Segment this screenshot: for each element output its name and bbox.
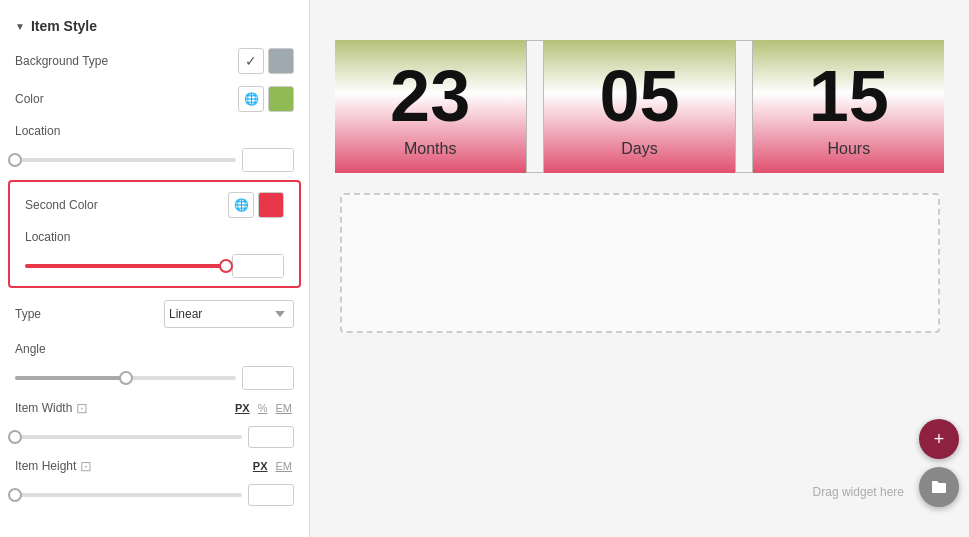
- type-row: Type Linear Radial: [0, 292, 309, 336]
- angle-value[interactable]: [243, 367, 294, 389]
- chevron-down-icon: ▼: [15, 21, 25, 32]
- width-unit-px[interactable]: PX: [233, 401, 252, 415]
- second-color-row: Second Color 🌐: [10, 186, 299, 224]
- drag-text: Drag widget here: [813, 485, 904, 499]
- background-type-row: Background Type ✓: [0, 42, 309, 80]
- countdown-widget: 23 Months 05 Days 15 Hours: [335, 40, 945, 173]
- location-input-1: ▲ ▼: [242, 148, 294, 172]
- location-row-1: Location: [0, 118, 309, 144]
- location-value-1[interactable]: [243, 149, 294, 171]
- item-width-slider[interactable]: [15, 435, 242, 439]
- globe-icon-color[interactable]: 🌐: [238, 86, 264, 112]
- months-label: Months: [345, 140, 516, 158]
- type-label: Type: [15, 307, 41, 321]
- hours-label: Hours: [763, 140, 934, 158]
- monitor-icon-width: ⊡: [76, 400, 88, 416]
- color-swatch[interactable]: [268, 86, 294, 112]
- angle-slider-row: ▲ ▼: [0, 362, 309, 394]
- days-label: Days: [554, 140, 725, 158]
- color-label: Color: [15, 92, 44, 106]
- item-height-slider[interactable]: [15, 493, 242, 497]
- item-height-label: Item Height: [15, 459, 76, 473]
- angle-label: Angle: [15, 342, 46, 356]
- left-panel: ▼ Item Style Background Type ✓ Color 🌐 L…: [0, 0, 310, 537]
- drop-zone[interactable]: [340, 193, 940, 333]
- second-color-section: Second Color 🌐 Location ▲ ▼: [8, 180, 301, 288]
- months-number: 23: [345, 60, 516, 132]
- item-width-label: Item Width: [15, 401, 72, 415]
- color-row: Color 🌐: [0, 80, 309, 118]
- item-height-input[interactable]: [248, 484, 294, 506]
- location-label-1: Location: [15, 124, 60, 138]
- item-height-row: Item Height ⊡ PX EM: [0, 452, 309, 480]
- background-type-controls: ✓: [238, 48, 294, 74]
- second-color-controls: 🌐: [228, 192, 284, 218]
- second-location-row: Location: [10, 224, 299, 250]
- width-unit-buttons: PX % EM: [233, 401, 294, 415]
- type-select[interactable]: Linear Radial: [164, 300, 294, 328]
- globe-icon-second-color[interactable]: 🌐: [228, 192, 254, 218]
- second-location-input: ▲ ▼: [232, 254, 284, 278]
- section-title: Item Style: [31, 18, 97, 34]
- checkmark-button[interactable]: ✓: [238, 48, 264, 74]
- second-color-label: Second Color: [25, 198, 98, 212]
- background-type-label: Background Type: [15, 54, 108, 68]
- second-location-slider-row: ▲ ▼: [10, 250, 299, 282]
- second-location-label: Location: [25, 230, 70, 244]
- separator-1: [526, 40, 544, 173]
- height-unit-px[interactable]: PX: [251, 459, 270, 473]
- monitor-icon-height: ⊡: [80, 458, 92, 474]
- hours-number: 15: [763, 60, 934, 132]
- item-width-row: Item Width ⊡ PX % EM: [0, 394, 309, 422]
- second-location-slider[interactable]: [25, 264, 226, 268]
- location-slider-row-1: ▲ ▼: [0, 144, 309, 176]
- item-width-label-area: Item Width ⊡: [15, 400, 90, 416]
- angle-input: ▲ ▼: [242, 366, 294, 390]
- item-width-slider-row: [0, 422, 309, 452]
- countdown-hours: 15 Hours: [753, 40, 944, 173]
- fab-area: + Drag widget here: [919, 419, 959, 507]
- angle-row: Angle: [0, 336, 309, 362]
- separator-2: [735, 40, 753, 173]
- location-slider-1[interactable]: [15, 158, 236, 162]
- width-unit-em[interactable]: EM: [274, 401, 295, 415]
- height-unit-em[interactable]: EM: [274, 459, 295, 473]
- fab-plus-button[interactable]: +: [919, 419, 959, 459]
- item-width-input[interactable]: [248, 426, 294, 448]
- item-height-label-area: Item Height ⊡: [15, 458, 94, 474]
- fab-folder-button[interactable]: [919, 467, 959, 507]
- background-type-swatch[interactable]: [268, 48, 294, 74]
- second-location-value[interactable]: [233, 255, 284, 277]
- section-header-item-style[interactable]: ▼ Item Style: [0, 10, 309, 42]
- days-number: 05: [554, 60, 725, 132]
- angle-slider[interactable]: [15, 376, 236, 380]
- folder-icon: [930, 478, 948, 496]
- color-controls: 🌐: [238, 86, 294, 112]
- countdown-days: 05 Days: [544, 40, 735, 173]
- item-height-slider-row: [0, 480, 309, 510]
- height-unit-buttons: PX EM: [251, 459, 294, 473]
- right-panel: 23 Months 05 Days 15 Hours + Drag widget…: [310, 0, 969, 537]
- width-unit-pct[interactable]: %: [256, 401, 270, 415]
- countdown-months: 23 Months: [335, 40, 526, 173]
- second-color-swatch[interactable]: [258, 192, 284, 218]
